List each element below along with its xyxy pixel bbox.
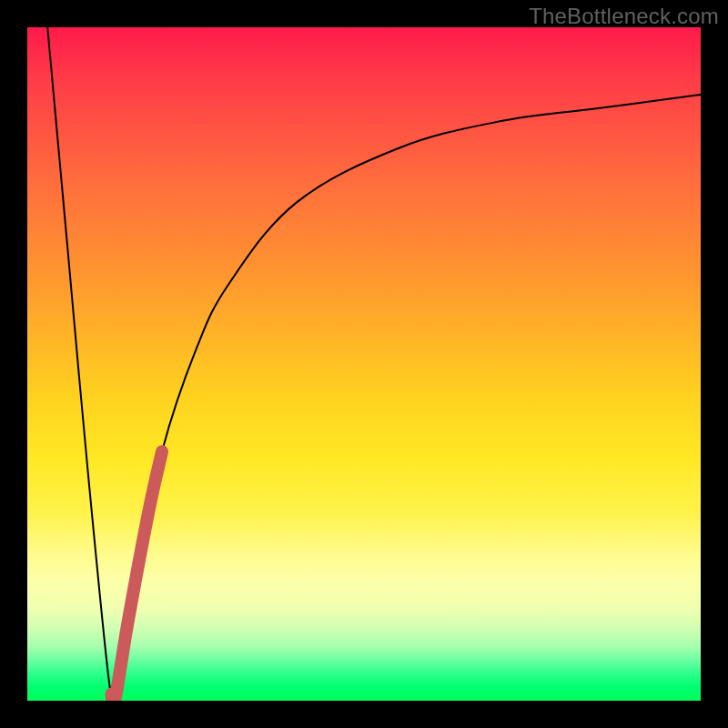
chart-frame: TheBottleneck.com bbox=[0, 0, 728, 728]
series-right-growth bbox=[115, 95, 701, 701]
series-left-descent bbox=[47, 27, 115, 701]
curve-layer bbox=[27, 27, 701, 701]
plot-area bbox=[27, 27, 701, 701]
watermark-text: TheBottleneck.com bbox=[529, 4, 719, 29]
highlight-segment bbox=[112, 451, 163, 701]
